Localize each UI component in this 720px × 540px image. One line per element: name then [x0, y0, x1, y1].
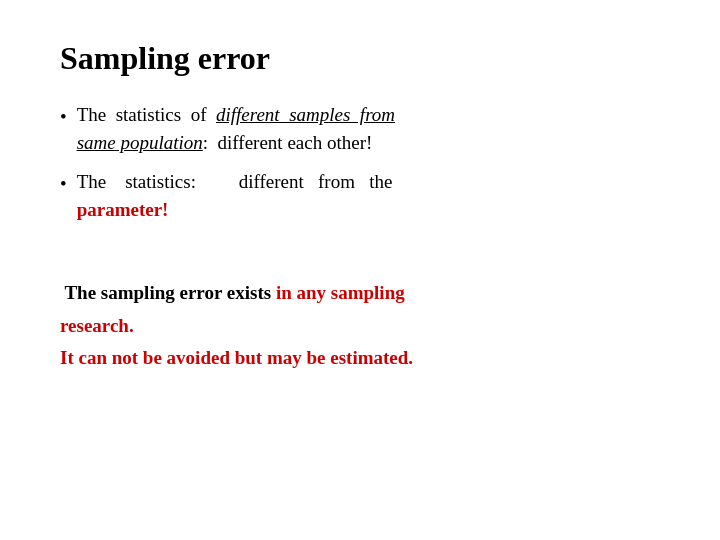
bullet-item-2: • The statistics: different from the par…	[60, 168, 660, 223]
bullet-item-1: • The statistics of different samples fr…	[60, 101, 660, 156]
red-phrase-1: in any sampling	[276, 282, 405, 303]
paragraph-line-2: research.	[60, 312, 660, 341]
bullet-dot-2: •	[60, 170, 67, 198]
bullet-content-2: The statistics: different from the param…	[77, 168, 660, 223]
slide-container: Sampling error • The statistics of diffe…	[0, 0, 720, 540]
bullet-content-1: The statistics of different samples from…	[77, 101, 660, 156]
paragraph-line-3: It can not be avoided but may be estimat…	[60, 344, 660, 373]
bullet-dot-1: •	[60, 103, 67, 131]
slide-title: Sampling error	[60, 40, 660, 77]
paragraph-line-1: The sampling error exists in any samplin…	[60, 279, 660, 308]
bottom-paragraph: The sampling error exists in any samplin…	[60, 279, 660, 377]
red-phrase-3: It can not be avoided but may be estimat…	[60, 347, 413, 368]
red-phrase-2: research.	[60, 315, 134, 336]
bullet-list: • The statistics of different samples fr…	[60, 101, 660, 235]
parameter-text: parameter!	[77, 199, 169, 220]
